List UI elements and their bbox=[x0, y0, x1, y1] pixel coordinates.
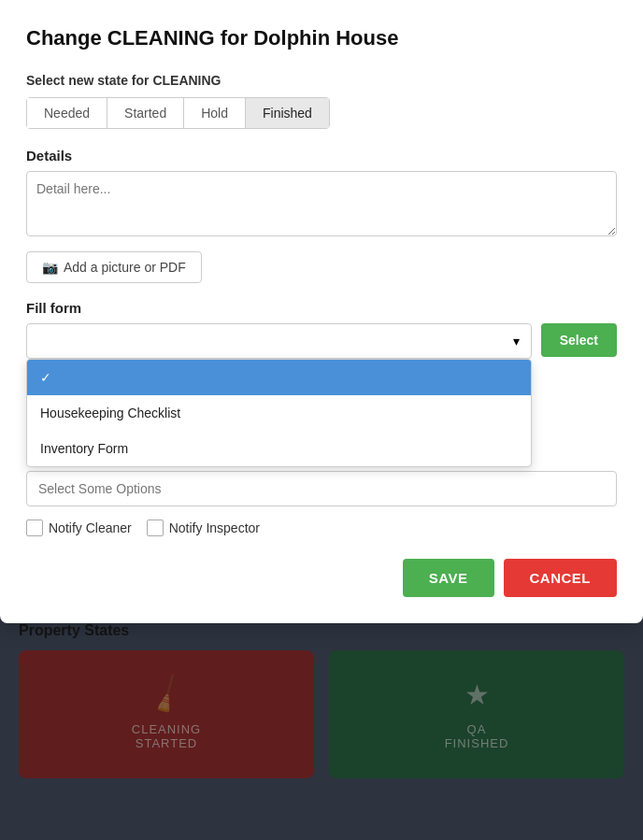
notify-row: Notify Cleaner Notify Inspector bbox=[26, 520, 617, 536]
dropdown-item-inventory[interactable]: Inventory Form bbox=[27, 431, 531, 466]
dropdown-selected-value bbox=[38, 334, 42, 349]
cancel-button[interactable]: CANCEL bbox=[504, 559, 618, 597]
notify-inspector-item[interactable]: Notify Inspector bbox=[147, 520, 260, 536]
camera-icon bbox=[42, 260, 58, 275]
dropdown-menu: ✓ Housekeeping Checklist Inventory Form bbox=[26, 359, 532, 467]
chevron-down-icon: ▾ bbox=[513, 334, 520, 349]
select-some-options-input[interactable] bbox=[26, 471, 617, 506]
dropdown-item-inventory-label: Inventory Form bbox=[40, 441, 128, 456]
notify-inspector-label: Notify Inspector bbox=[169, 520, 260, 535]
details-textarea[interactable] bbox=[26, 171, 617, 236]
add-picture-button[interactable]: Add a picture or PDF bbox=[26, 251, 202, 283]
add-picture-label: Add a picture or PDF bbox=[64, 260, 186, 275]
save-button[interactable]: SAVE bbox=[403, 559, 494, 597]
notify-cleaner-checkbox[interactable] bbox=[26, 520, 43, 536]
tab-started[interactable]: Started bbox=[107, 98, 184, 128]
state-section-label: Select new state for CLEANING bbox=[26, 73, 617, 88]
tab-finished[interactable]: Finished bbox=[246, 98, 329, 128]
dropdown-item-blank[interactable]: ✓ bbox=[27, 360, 531, 395]
action-buttons: SAVE CANCEL bbox=[26, 559, 617, 597]
state-tabs: Needed Started Hold Finished bbox=[26, 97, 330, 129]
form-select-row: ▾ ✓ Housekeeping Checklist Inventory For… bbox=[26, 323, 617, 359]
notify-cleaner-item[interactable]: Notify Cleaner bbox=[26, 520, 132, 536]
tab-hold[interactable]: Hold bbox=[184, 98, 246, 128]
dropdown-wrapper: ▾ ✓ Housekeeping Checklist Inventory For… bbox=[26, 323, 532, 359]
fill-form-label: Fill form bbox=[26, 300, 617, 316]
dropdown-trigger[interactable]: ▾ bbox=[26, 323, 532, 359]
modal-title: Change CLEANING for Dolphin House bbox=[26, 26, 617, 50]
modal: Change CLEANING for Dolphin House Select… bbox=[0, 0, 643, 623]
dropdown-item-housekeeping[interactable]: Housekeeping Checklist bbox=[27, 395, 531, 431]
notify-inspector-checkbox[interactable] bbox=[147, 520, 164, 536]
notify-cleaner-label: Notify Cleaner bbox=[49, 520, 132, 535]
details-label: Details bbox=[26, 148, 617, 164]
checkmark-icon: ✓ bbox=[40, 370, 51, 385]
tab-needed[interactable]: Needed bbox=[27, 98, 107, 128]
select-button[interactable]: Select bbox=[541, 323, 617, 357]
dropdown-item-housekeeping-label: Housekeeping Checklist bbox=[40, 406, 180, 420]
